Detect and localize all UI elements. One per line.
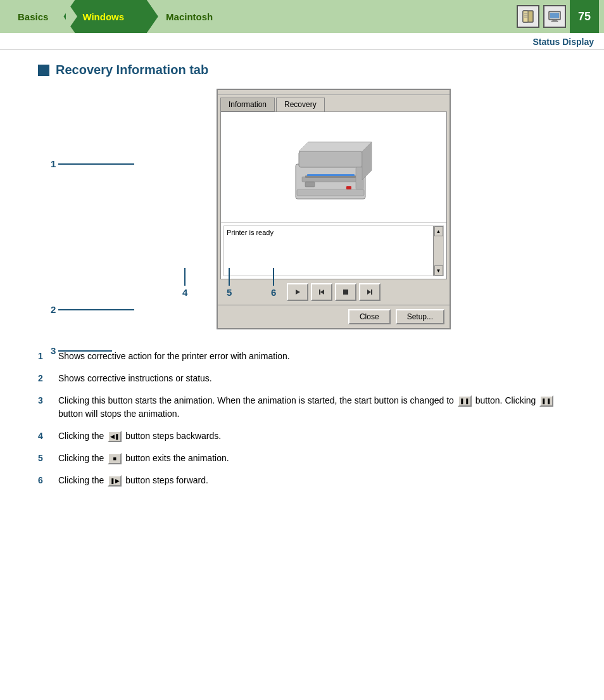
monitor-icon[interactable] xyxy=(543,5,566,28)
status-text-area: Printer is ready ▲ ▼ xyxy=(223,226,444,276)
step-forward-button[interactable] xyxy=(359,283,381,301)
title-square-icon xyxy=(38,65,49,76)
desc-num-5: 5 xyxy=(38,452,48,465)
label-5: 5 xyxy=(227,287,232,298)
section-title: Recovery Information tab xyxy=(38,63,579,77)
desc-item-5: 5 Clicking the ■ button exits the animat… xyxy=(38,452,579,465)
svg-marker-25 xyxy=(367,290,371,295)
step-fwd-inline-btn: ❚▶ xyxy=(108,475,122,487)
svg-rect-6 xyxy=(550,13,559,18)
svg-rect-15 xyxy=(305,182,315,187)
label-1: 1 xyxy=(51,158,134,169)
stop-button[interactable] xyxy=(335,283,356,301)
svg-rect-1 xyxy=(523,11,528,22)
label-3: 3 xyxy=(51,345,112,356)
label-4-container: 4 xyxy=(182,268,187,298)
label-6-container: 6 xyxy=(271,268,276,298)
svg-rect-24 xyxy=(371,290,372,295)
book-icon[interactable] xyxy=(517,5,539,28)
desc-item-6: 6 Clicking the ❚▶ button steps forward. xyxy=(38,474,579,487)
svg-rect-21 xyxy=(319,290,320,295)
scrollbar[interactable]: ▲ ▼ xyxy=(433,226,443,276)
step-back-button[interactable] xyxy=(311,283,332,301)
scroll-down-btn[interactable]: ▼ xyxy=(434,265,443,276)
header-bar: Basics Windows Macintosh 75 xyxy=(0,0,604,33)
play-button[interactable] xyxy=(287,283,308,301)
printer-status-text: Printer is ready xyxy=(227,229,274,236)
desc-num-1: 1 xyxy=(38,350,48,363)
svg-rect-7 xyxy=(553,20,557,21)
status-display-label: Status Display xyxy=(0,33,604,50)
scroll-up-btn[interactable]: ▲ xyxy=(434,226,443,236)
diagram-area: 1 2 3 Information Recovery xyxy=(38,89,579,329)
desc-num-2: 2 xyxy=(38,372,48,385)
svg-rect-8 xyxy=(551,21,558,22)
desc-item-1: 1 Shows corrective action for the printe… xyxy=(38,350,579,363)
tab-recovery[interactable]: Recovery xyxy=(276,98,325,111)
bottom-bar: Close Setup... xyxy=(218,305,450,328)
desc-text-2: Shows corrective instructions or status. xyxy=(58,372,212,385)
desc-text-6: Clicking the ❚▶ button steps forward. xyxy=(58,474,208,487)
setup-button[interactable]: Setup... xyxy=(396,309,444,324)
svg-marker-19 xyxy=(299,142,372,151)
win-body: Printer is ready ▲ ▼ xyxy=(220,111,447,279)
desc-num-6: 6 xyxy=(38,474,48,487)
animation-controls xyxy=(218,279,450,305)
macintosh-label: Macintosh xyxy=(166,11,213,22)
win-dialog: Information Recovery xyxy=(217,89,451,329)
stop-inline-btn: ■ xyxy=(108,453,122,464)
printer-svg xyxy=(283,129,384,205)
desc-text-3: Clicking this button starts the animatio… xyxy=(58,394,579,421)
svg-rect-17 xyxy=(346,186,351,189)
svg-rect-16 xyxy=(297,189,364,196)
desc-text-5: Clicking the ■ button exits the animatio… xyxy=(58,452,229,465)
step-back-inline-btn: ◀❚ xyxy=(108,431,122,442)
tab-macintosh[interactable]: Macintosh xyxy=(147,0,230,33)
desc-text-4: Clicking the ◀❚ button steps backwards. xyxy=(58,430,221,443)
desc-item-2: 2 Shows corrective instructions or statu… xyxy=(38,372,579,385)
desc-num-3: 3 xyxy=(38,394,48,407)
close-button[interactable]: Close xyxy=(348,309,391,324)
tab-basics[interactable]: Basics xyxy=(0,0,66,33)
tab-information[interactable]: Information xyxy=(220,98,275,111)
windows-label: Windows xyxy=(82,11,124,22)
win-tabs: Information Recovery xyxy=(218,95,450,111)
pause-inline-btn: ❚❚ xyxy=(458,395,472,407)
page-number: 75 xyxy=(570,0,599,33)
label-5-container: 5 xyxy=(227,268,232,298)
section-title-text: Recovery Information tab xyxy=(56,63,208,77)
desc-num-4: 4 xyxy=(38,430,48,443)
svg-marker-22 xyxy=(320,290,324,295)
animation-area xyxy=(221,112,446,223)
svg-rect-23 xyxy=(343,290,348,295)
pause-inline-btn-2: ❚❚ xyxy=(539,395,553,407)
status-display-text: Status Display xyxy=(533,37,594,47)
description-list: 1 Shows corrective action for the printe… xyxy=(38,350,579,487)
svg-marker-20 xyxy=(296,290,300,295)
header-icons: 75 xyxy=(517,0,604,33)
desc-item-3: 3 Clicking this button starts the animat… xyxy=(38,394,579,421)
label-2: 2 xyxy=(51,304,134,315)
basics-label: Basics xyxy=(18,11,48,22)
desc-item-4: 4 Clicking the ◀❚ button steps backwards… xyxy=(38,430,579,443)
svg-rect-10 xyxy=(299,151,362,167)
main-content: Recovery Information tab 1 2 3 Informati… xyxy=(0,50,604,500)
svg-rect-13 xyxy=(307,174,355,176)
label-6: 6 xyxy=(271,287,276,298)
label-4: 4 xyxy=(182,287,187,298)
